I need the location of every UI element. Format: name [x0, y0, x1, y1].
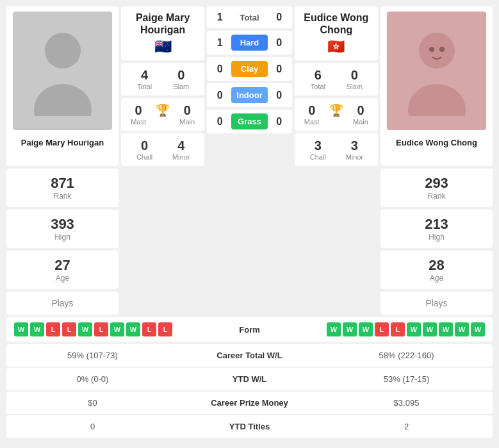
- total-p1-score: 1: [213, 12, 226, 23]
- player1-chall-label: Chall: [127, 153, 161, 161]
- player1-minor-label: Minor: [164, 153, 198, 161]
- player2-rank-block: 293 Rank: [380, 169, 493, 207]
- player2-plays-box: Plays: [380, 292, 493, 315]
- player2-rank-value: 293: [387, 175, 486, 192]
- hard-row: 1 Hard 0: [207, 31, 291, 54]
- stats-row-p1-3: 0: [14, 422, 171, 431]
- player2-card: Eudice Wong Chong: [380, 6, 493, 166]
- player2-high-value: 213: [387, 216, 486, 233]
- player1-trophy-item: 🏆: [152, 103, 174, 126]
- player2-header: Eudice WongChong 🇭🇰: [295, 6, 378, 60]
- player1-age-block: 27 Age: [6, 251, 119, 289]
- player1-rank-label: Rank: [13, 192, 112, 201]
- player1-age-label: Age: [13, 274, 112, 283]
- clay-badge: Clay: [231, 61, 267, 77]
- player2-stat-box3: 3 Chall 3 Minor: [295, 133, 378, 166]
- grass-row: 0 Grass 0: [207, 110, 291, 133]
- form-badge-w: W: [359, 322, 373, 336]
- player2-form-badges: WWWLLWWWWW: [278, 322, 486, 336]
- form-badge-w: W: [439, 322, 453, 336]
- player1-rank-value: 871: [13, 175, 112, 192]
- player1-mid-stats: 871 Rank 393 High 27 Age Plays: [6, 169, 119, 315]
- player1-chall-item: 0 Chall: [127, 138, 161, 161]
- middle-section: 871 Rank 393 High 27 Age Plays 293 Rank: [0, 169, 499, 315]
- player1-header: Paige MaryHourigan 🇳🇿: [121, 6, 204, 60]
- player1-mast-label: Mast: [127, 118, 149, 126]
- svg-point-4: [429, 47, 434, 52]
- form-badge-l: L: [142, 322, 156, 336]
- courts-spacer: [121, 169, 378, 315]
- player1-name: Paige Mary Hourigan: [16, 135, 109, 153]
- player1-plays-label: Plays: [51, 298, 73, 308]
- form-badge-w: W: [126, 322, 140, 336]
- form-badge-w: W: [455, 322, 469, 336]
- player2-age-value: 28: [387, 257, 486, 274]
- player1-stat-box3: 0 Chall 4 Minor: [121, 133, 204, 166]
- form-badge-l: L: [158, 322, 172, 336]
- player2-minor-value: 3: [338, 138, 372, 153]
- player2-minor-item: 3 Minor: [338, 138, 372, 161]
- player2-trophy-item: 🏆: [325, 103, 347, 126]
- player1-main-value: 0: [176, 103, 198, 118]
- player2-high-block: 213 High: [380, 210, 493, 248]
- player1-mast-item: 0 Mast: [127, 103, 149, 126]
- form-label: Form: [224, 325, 275, 335]
- svg-point-0: [45, 33, 81, 69]
- player1-card: Paige Mary Hourigan: [6, 6, 119, 166]
- form-badge-l: L: [375, 322, 389, 336]
- form-badge-l: L: [62, 322, 76, 336]
- stats-row-3: 0 YTD Titles 2: [6, 415, 493, 438]
- player2-total-value: 6: [301, 68, 335, 83]
- clay-row: 0 Clay 0: [207, 57, 291, 81]
- form-badge-w: W: [30, 322, 44, 336]
- player1-flag: 🇳🇿: [127, 38, 198, 55]
- form-badge-l: L: [94, 322, 108, 336]
- player2-mast-value: 0: [301, 103, 323, 118]
- player1-stat-box2: 0 Mast 🏆 0 Main: [121, 98, 204, 131]
- form-badge-w: W: [343, 322, 357, 336]
- courts-col: 1 Total 0 1 Hard 0 0 Clay 0 0 Indoor 0 0: [207, 6, 291, 166]
- player1-slam-value: 0: [164, 68, 198, 83]
- player1-plays-box: Plays: [6, 292, 119, 315]
- svg-point-1: [34, 84, 92, 116]
- player2-stats-col: Eudice WongChong 🇭🇰 6 Total 0 Slam 0: [295, 6, 378, 166]
- player2-main-value: 0: [350, 103, 372, 118]
- indoor-p2-score: 0: [273, 90, 286, 101]
- player2-slam-item: 0 Slam: [338, 68, 372, 90]
- player1-age-value: 27: [13, 257, 112, 274]
- player1-photo: [13, 12, 112, 130]
- grass-badge: Grass: [231, 113, 267, 129]
- player2-chall-item: 3 Chall: [301, 138, 335, 161]
- player2-flag: 🇭🇰: [301, 38, 372, 55]
- stats-row-label-0: Career Total W/L: [171, 351, 328, 360]
- player2-high-label: High: [387, 233, 486, 242]
- player2-main-item: 0 Main: [350, 103, 372, 126]
- form-section: WWLLWLWWLL Form WWWLLWWWWW: [6, 317, 493, 342]
- player2-stat-box2: 0 Mast 🏆 0 Main: [295, 98, 378, 131]
- player2-chall-value: 3: [301, 138, 335, 153]
- hard-badge: Hard: [231, 35, 267, 51]
- stats-row-p2-1: 53% (17-15): [328, 374, 485, 384]
- stats-row-label-3: YTD Titles: [171, 422, 328, 431]
- player2-total-label: Total: [301, 83, 335, 90]
- player2-plays-label: Plays: [425, 298, 447, 308]
- main-container: Paige Mary Hourigan Paige MaryHourigan 🇳…: [0, 0, 499, 444]
- clay-p1-score: 0: [213, 63, 226, 75]
- player1-total-item: 4 Total: [127, 68, 161, 90]
- stats-row-p1-0: 59% (107-73): [14, 351, 171, 360]
- player1-stat-box1: 4 Total 0 Slam: [121, 63, 204, 95]
- player2-mid-stats: 293 Rank 213 High 28 Age Plays: [380, 169, 493, 315]
- player1-slam-item: 0 Slam: [164, 68, 198, 90]
- player2-mast-item: 0 Mast: [301, 103, 323, 126]
- stats-row-label-2: Career Prize Money: [171, 398, 328, 408]
- form-badge-l: L: [46, 322, 60, 336]
- player2-trophy-icon: 🏆: [325, 103, 347, 117]
- player2-header-name: Eudice WongChong: [301, 12, 372, 36]
- form-badge-w: W: [407, 322, 421, 336]
- stats-row-0: 59% (107-73) Career Total W/L 58% (222-1…: [6, 344, 493, 367]
- player1-slam-label: Slam: [164, 83, 198, 90]
- player2-total-item: 6 Total: [301, 68, 335, 90]
- hard-p2-score: 0: [273, 37, 286, 49]
- player1-rank-block: 871 Rank: [6, 169, 119, 207]
- form-badge-w: W: [423, 322, 437, 336]
